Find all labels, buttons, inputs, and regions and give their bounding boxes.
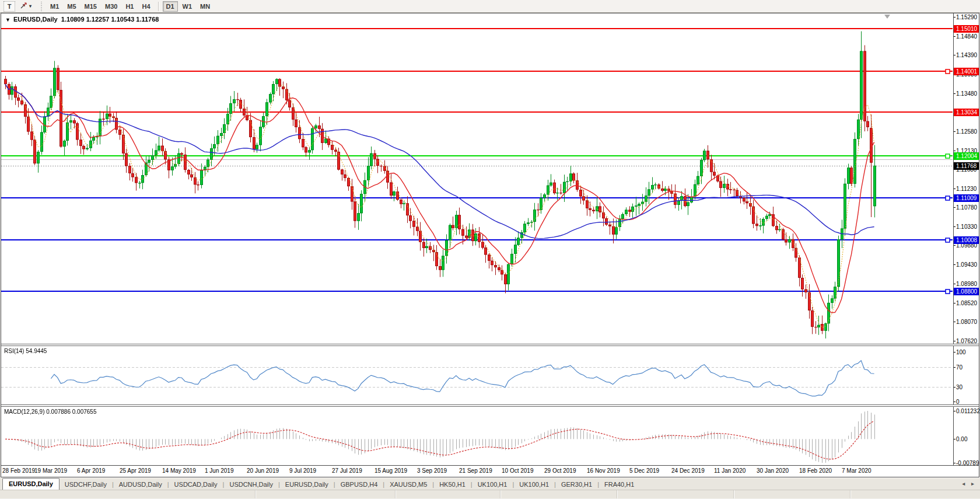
chart-tab-usdcnh-daily[interactable]: USDCNH,Daily	[224, 480, 278, 490]
price-tick-label: 1.10330	[956, 224, 977, 230]
date-axis[interactable]: 28 Feb 201919 Mar 20196 Apr 201925 Apr 2…	[1, 465, 979, 477]
text-tool-button[interactable]: T	[4, 1, 15, 12]
one-click-trading-arrow[interactable]: ▼	[5, 17, 10, 23]
chart-tab-bar: EURUSD,DailyUSDCHF,Daily|AUDUSD,Daily|US…	[0, 477, 980, 490]
timeframe-button-h1[interactable]: H1	[122, 1, 137, 12]
price-tick-label: 1.13480	[956, 90, 977, 97]
axis-tickmark	[954, 36, 956, 37]
timeframe-button-m15[interactable]: M15	[81, 1, 100, 12]
rsi-tick-label: 0	[956, 399, 960, 405]
chart-tab-hk50-h1[interactable]: HK50,H1	[434, 480, 471, 490]
date-tick-label: 29 Oct 2019	[544, 467, 576, 474]
price-tick-label: 1.14390	[956, 52, 977, 58]
status-cell	[0, 490, 256, 498]
axis-tickmark	[954, 303, 956, 303]
date-tick-label: 10 Oct 2019	[502, 467, 533, 474]
macd-axis[interactable]: 0.0112320.00-0.00789	[953, 407, 979, 465]
chart-tab-uk100-h1[interactable]: UK100,H1	[514, 480, 554, 490]
chart-tab-ger30-h1[interactable]: GER30,H1	[556, 480, 597, 490]
chart-tab-uk100-h1[interactable]: UK100,H1	[473, 480, 513, 490]
timeframe-button-d1[interactable]: D1	[163, 1, 178, 12]
chart-tab-fra40-h1[interactable]: FRA40,H1	[599, 480, 639, 490]
date-tick-label: 14 May 2019	[162, 467, 196, 474]
chart-ohlc-values: 1.10809 1.12257 1.10543 1.11768	[61, 16, 159, 23]
axis-tickmark	[954, 411, 956, 411]
price-line-badge: 1.15010	[954, 25, 979, 33]
macd-label: MACD(12,26,9) 0.007886 0.007655	[4, 409, 96, 415]
price-axis[interactable]: 1.152901.148401.143901.139301.134801.125…	[953, 13, 979, 344]
chart-tab-eurusd-daily[interactable]: EURUSD,Daily	[280, 480, 334, 490]
price-tick-label: 1.14840	[956, 33, 977, 40]
price-line-badge: 1.14001	[954, 68, 979, 75]
timeframe-button-m1[interactable]: M1	[47, 1, 62, 12]
date-tick-label: 3 Sep 2019	[417, 467, 447, 474]
macd-indicator-canvas[interactable]	[1, 407, 953, 465]
timeframe-button-w1[interactable]: W1	[179, 1, 196, 12]
axis-tickmark	[954, 93, 956, 94]
date-tick-label: 6 Apr 2019	[77, 467, 105, 474]
timeframe-toolbar: M1M5M15M30H1H4D1W1MN	[47, 1, 214, 12]
price-chart-canvas[interactable]	[1, 13, 953, 344]
arrows-icon	[20, 2, 27, 11]
date-tick-label: 16 Nov 2019	[587, 467, 620, 474]
date-tick-label: 25 Apr 2019	[120, 467, 151, 474]
timeframe-button-m30[interactable]: M30	[102, 1, 121, 12]
status-cell	[501, 490, 617, 498]
chart-tab-xauusd-m5[interactable]: XAUUSD,M5	[384, 480, 432, 490]
timeframe-button-m5[interactable]: M5	[64, 1, 79, 12]
price-line-badge: 1.13034	[954, 109, 979, 116]
status-cell	[396, 490, 501, 498]
chart-title: ▼EURUSD,Daily 1.10809 1.12257 1.10543 1.…	[5, 16, 159, 23]
axis-tickmark	[954, 341, 956, 341]
axis-tickmark	[954, 151, 956, 151]
toolbar-grip	[41, 2, 42, 11]
axis-tickmark	[954, 207, 956, 208]
axis-tickmark	[954, 367, 956, 368]
axis-tickmark	[954, 352, 956, 353]
timeframe-button-mn[interactable]: MN	[197, 1, 214, 12]
arrows-tool-button[interactable]: ▾	[16, 1, 35, 12]
price-tick-label: 1.11230	[956, 186, 977, 192]
toolbar-separator	[158, 2, 159, 11]
axis-tickmark	[954, 17, 956, 18]
chevron-down-icon: ▾	[29, 4, 32, 9]
rsi-tick-label: 30	[956, 384, 963, 390]
date-tick-label: 7 Mar 2020	[842, 467, 872, 474]
axis-tickmark	[954, 387, 956, 388]
chart-tab-usdchf-daily[interactable]: USDCHF,Daily	[60, 480, 112, 490]
price-tick-label: 1.15290	[956, 14, 977, 20]
axis-tickmark	[954, 226, 956, 227]
chart-tab-usdcad-daily[interactable]: USDCAD,Daily	[169, 480, 223, 490]
rsi-tick-label: 70	[956, 364, 963, 371]
price-tick-label: 1.08070	[956, 319, 977, 325]
date-tick-label: 19 Mar 2019	[34, 467, 67, 474]
axis-tickmark	[954, 189, 956, 189]
chart-tab-audusd-daily[interactable]: AUDUSD,Daily	[114, 480, 167, 490]
chart-shift-marker[interactable]	[884, 15, 890, 19]
date-tick-label: 21 Sep 2019	[459, 467, 492, 474]
price-line-badge: 1.12004	[954, 152, 979, 160]
timeframe-button-h4[interactable]: H4	[138, 1, 153, 12]
price-tick-label: 1.10780	[956, 204, 977, 211]
date-tick-label: 18 Feb 2020	[799, 467, 832, 474]
chart-tab-eurusd-daily[interactable]: EURUSD,Daily	[2, 478, 60, 490]
status-cell	[256, 490, 396, 498]
axis-tickmark	[954, 463, 956, 463]
rsi-label: RSI(14) 54.9445	[4, 348, 47, 354]
date-tick-label: 30 Jan 2020	[757, 467, 789, 474]
rsi-pane: RSI(14) 54.9445 10070300	[1, 346, 979, 404]
price-line-badge: 1.10008	[954, 236, 979, 244]
date-tick-label: 15 Aug 2019	[374, 467, 407, 474]
date-tick-label: 27 Jul 2019	[332, 467, 362, 474]
tab-scroll-arrows[interactable]: ◂ ▸	[962, 480, 977, 487]
rsi-indicator-canvas[interactable]	[1, 346, 953, 404]
axis-tickmark	[954, 284, 956, 284]
status-cell	[734, 490, 850, 498]
status-cell	[617, 490, 734, 498]
rsi-axis[interactable]: 10070300	[953, 346, 979, 404]
price-tick-label: 1.07620	[956, 338, 977, 344]
chart-tab-gbpusd-h4[interactable]: GBPUSD,H4	[335, 480, 383, 490]
macd-pane: MACD(12,26,9) 0.007886 0.007655 0.011232…	[1, 407, 979, 465]
date-tick-label: 11 Jan 2020	[714, 467, 746, 474]
macd-tick-label: 0.011232	[956, 408, 980, 414]
